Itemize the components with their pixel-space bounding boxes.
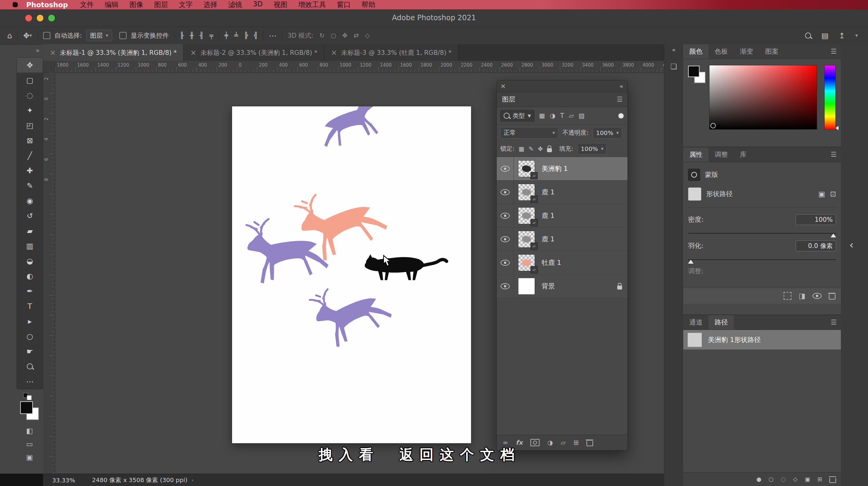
pen-tool[interactable]: ✒ xyxy=(17,284,43,299)
color-picker-cursor[interactable] xyxy=(710,123,716,128)
search-icon[interactable] xyxy=(805,33,811,39)
filter-smart-object-icon[interactable]: ▨ xyxy=(579,113,585,119)
panel-menu-icon[interactable]: ☰ xyxy=(831,151,837,158)
hue-slider-marker[interactable] xyxy=(835,126,838,130)
share-icon[interactable]: ↥ xyxy=(839,32,845,39)
vector-mask-badge[interactable]: ▱ xyxy=(530,196,538,203)
dock-panel-icon[interactable]: ❏ xyxy=(664,63,683,70)
properties-tab-属性[interactable]: 属性 xyxy=(683,147,709,162)
blur-tool[interactable]: ◒ xyxy=(17,253,43,268)
move-tool-icon[interactable]: ✥ xyxy=(23,32,30,39)
opacity-dropdown[interactable]: 100% ▾ xyxy=(593,127,622,139)
lock-position-icon[interactable]: ✥ xyxy=(538,146,543,152)
crop-tool[interactable]: ◰ xyxy=(17,118,43,133)
vector-mask-badge[interactable]: ▱ xyxy=(530,242,538,250)
marquee-tool[interactable]: ▢ xyxy=(17,73,43,88)
layer-row[interactable]: ▱鹿 1 xyxy=(497,181,627,204)
add-mask-icon[interactable]: ▣ xyxy=(818,190,825,198)
layer-thumbnail[interactable] xyxy=(518,278,535,295)
tools-collapse-icon[interactable]: » xyxy=(17,44,42,56)
distribute-vertical-icon[interactable]: ╣ xyxy=(254,33,258,39)
menu-item-11[interactable]: 帮助 xyxy=(362,0,375,9)
document-canvas[interactable] xyxy=(232,106,471,443)
menu-item-1[interactable]: 编辑 xyxy=(104,0,119,9)
layer-group-icon[interactable]: ▱ xyxy=(561,440,566,446)
chevron-down-icon[interactable]: ▾ xyxy=(30,33,32,38)
feather-value[interactable]: 0.0 像素 xyxy=(796,240,836,251)
close-tab-icon[interactable]: × xyxy=(331,49,337,56)
menu-item-0[interactable]: 文件 xyxy=(80,0,94,9)
history-brush-tool[interactable]: ↺ xyxy=(17,208,43,223)
eyedropper-tool[interactable]: ╱ xyxy=(17,148,43,163)
vector-mask-icon[interactable]: ⊡ xyxy=(830,190,836,198)
layer-thumbnail[interactable]: ▱ xyxy=(518,184,535,201)
menu-item-5[interactable]: 选择 xyxy=(204,0,217,9)
workspace-icon[interactable]: ▤ xyxy=(821,32,829,39)
layer-effects-icon[interactable]: fx xyxy=(516,440,523,446)
load-selection-icon[interactable] xyxy=(784,292,792,300)
menu-item-4[interactable]: 文字 xyxy=(179,0,193,9)
default-swatches-icon[interactable] xyxy=(17,392,42,401)
new-path-icon[interactable]: ⊞ xyxy=(817,476,822,482)
color-tab-颜色[interactable]: 颜色 xyxy=(683,44,709,59)
document-tab-3[interactable]: ×未标题-3 @ 33.3% (牡鹿 1, RGB/8) * xyxy=(324,44,458,61)
layer-visibility-toggle[interactable] xyxy=(497,181,514,204)
new-layer-icon[interactable]: ⊞ xyxy=(574,440,579,446)
lock-transparency-icon[interactable]: ▦ xyxy=(519,146,524,152)
menu-item-6[interactable]: 滤镜 xyxy=(228,0,242,9)
align-left-icon[interactable]: ╟ xyxy=(180,33,184,39)
apply-mask-icon[interactable]: ◨ xyxy=(799,293,805,299)
zoom-level[interactable]: 33.33% xyxy=(52,477,75,484)
lock-paint-icon[interactable]: ✎ xyxy=(529,146,534,152)
delete-mask-icon[interactable] xyxy=(829,294,835,299)
feather-slider[interactable] xyxy=(688,259,836,260)
auto-select-checkbox[interactable] xyxy=(43,32,50,39)
blend-mode-dropdown[interactable]: 正常 ▾ xyxy=(500,127,558,139)
collapse-dock-icon[interactable]: « xyxy=(664,47,683,53)
layer-row[interactable]: ▱牡鹿 1 xyxy=(497,251,627,274)
brush-tool[interactable]: ✎ xyxy=(17,178,43,193)
layer-visibility-toggle[interactable] xyxy=(497,227,514,251)
paths-tab-通道[interactable]: 通道 xyxy=(683,315,709,330)
menu-item-8[interactable]: 视图 xyxy=(274,0,287,9)
gradient-tool[interactable]: ▥ xyxy=(17,238,43,253)
more-options-icon[interactable]: ⋯ xyxy=(269,32,276,39)
auto-select-dropdown[interactable]: 图层 ▾ xyxy=(86,30,112,41)
3d-scale-icon[interactable]: ◇ xyxy=(365,33,370,39)
distribute-horizontal-icon[interactable]: ╠ xyxy=(244,33,248,39)
layer-visibility-toggle[interactable] xyxy=(497,157,514,180)
move-tool[interactable]: ✥ xyxy=(17,58,43,73)
vector-mask-badge[interactable]: ▱ xyxy=(530,219,538,226)
layer-filter-dropdown[interactable]: 类型 ▾ xyxy=(500,110,534,122)
quick-selection-tool[interactable]: ✦ xyxy=(17,103,43,118)
menu-item-7[interactable]: 3D xyxy=(253,0,262,9)
path-selection-tool[interactable]: ▸ xyxy=(17,314,43,329)
filter-toggle-icon[interactable] xyxy=(618,113,624,119)
apple-menu-icon[interactable] xyxy=(13,2,18,7)
density-slider-thumb[interactable] xyxy=(831,233,836,237)
filter-pixel-icon[interactable]: ▦ xyxy=(539,113,545,119)
filter-shape-icon[interactable]: ▱ xyxy=(569,113,574,119)
dodge-tool[interactable]: ◐ xyxy=(17,268,43,284)
menu-item-10[interactable]: 窗口 xyxy=(337,0,351,9)
color-tab-图案[interactable]: 图案 xyxy=(759,44,784,59)
selection-as-path-icon[interactable]: ◇ xyxy=(793,476,798,482)
eraser-tool[interactable]: ▰ xyxy=(17,223,43,238)
layer-thumbnail[interactable]: ▱ xyxy=(518,231,535,248)
layer-thumbnail[interactable]: ▱ xyxy=(518,160,535,177)
ruler-corner[interactable] xyxy=(43,61,55,73)
home-icon[interactable]: ⌂ xyxy=(7,32,12,39)
layer-thumbnail[interactable]: ▱ xyxy=(518,207,535,224)
align-center-horizontal-icon[interactable]: ╫ xyxy=(190,33,194,39)
close-tab-icon[interactable]: × xyxy=(190,49,196,56)
app-menu-title[interactable]: Photoshop xyxy=(26,1,68,9)
collapse-panel-icon[interactable]: « xyxy=(620,83,623,89)
3d-slide-icon[interactable]: ⇄ xyxy=(353,33,359,39)
3d-drag-icon[interactable]: ✥ xyxy=(342,33,347,39)
close-tab-icon[interactable]: × xyxy=(50,49,56,56)
density-slider[interactable] xyxy=(688,233,836,234)
vector-mask-badge[interactable]: ▱ xyxy=(530,266,538,273)
align-right-icon[interactable]: ╢ xyxy=(199,33,204,39)
layer-row[interactable]: 背景 xyxy=(497,274,627,298)
mask-visibility-icon[interactable] xyxy=(812,293,822,299)
